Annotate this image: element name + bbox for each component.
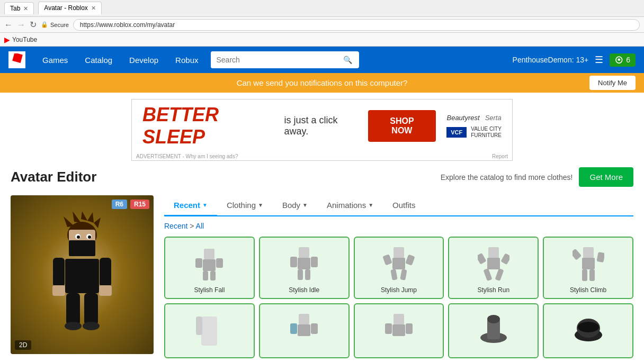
svg-point-20 (65, 322, 82, 330)
badge-r15[interactable]: R15 (130, 200, 149, 209)
svg-rect-32 (298, 269, 303, 280)
breadcrumb-recent[interactable]: Recent (164, 222, 187, 230)
item-stylish-fall-name: Stylish Fall (169, 286, 249, 294)
item-row2-5[interactable] (543, 303, 633, 358)
beautyrest-logo: Beautyrest (446, 114, 479, 122)
username-display: PenthouseDemon: 13+ (513, 56, 589, 64)
svg-rect-61 (406, 323, 413, 334)
item-stylish-fall[interactable]: Stylish Fall (164, 237, 255, 299)
item-stylish-climb[interactable]: Stylish Climb (543, 237, 633, 299)
robux-count: 6 (626, 56, 630, 64)
ad-disclaimer: ADVERTISEMENT - Why am I seeing ads? (136, 153, 238, 159)
svg-rect-25 (216, 258, 223, 268)
ad-container: BETTER SLEEP is just a click away. SHOP … (131, 99, 513, 161)
breadcrumb-all[interactable]: All (196, 222, 204, 230)
active-tab-close[interactable]: ✕ (91, 5, 96, 12)
svg-rect-43 (500, 253, 509, 265)
ad-banner: BETTER SLEEP is just a click away. SHOP … (131, 99, 513, 161)
inactive-tab-label: Tab (10, 5, 20, 12)
badge-r6[interactable]: R6 (112, 200, 127, 209)
svg-marker-3 (73, 211, 81, 223)
vcf-logo: VCF (446, 127, 467, 138)
url-input[interactable] (73, 19, 640, 31)
item-stylish-climb-name: Stylish Climb (548, 286, 628, 294)
avatar-2d-badge[interactable]: 2D (15, 340, 31, 350)
editor-area: R6 R15 (11, 195, 633, 358)
svg-rect-48 (573, 249, 582, 260)
active-tab[interactable]: Avatar - Roblox ✕ (38, 2, 101, 15)
svg-rect-57 (311, 323, 318, 334)
svg-rect-34 (393, 247, 404, 258)
svg-rect-55 (298, 324, 310, 336)
notify-me-button[interactable]: Notify Me (589, 76, 636, 90)
nav-develop[interactable]: Develop (121, 47, 167, 73)
item-row2-2[interactable] (259, 303, 350, 358)
notification-message: Can we send you notifications on this co… (237, 78, 408, 87)
svg-rect-46 (583, 247, 594, 258)
search-input[interactable] (211, 51, 338, 68)
svg-rect-59 (392, 324, 405, 336)
svg-rect-45 (495, 268, 504, 281)
svg-rect-60 (385, 323, 392, 334)
ad-headline: BETTER SLEEP (142, 104, 274, 148)
notifications-button[interactable]: ☰ (595, 54, 603, 66)
tab-animations-chevron: ▼ (368, 202, 373, 208)
svg-rect-13 (65, 259, 99, 293)
tab-clothing[interactable]: Clothing ▼ (217, 195, 273, 216)
avatar-svg (45, 211, 119, 333)
catalog-prompt: Explore the catalog to find more clothes… (441, 167, 633, 187)
item-stylish-jump[interactable]: Stylish Jump (354, 237, 444, 299)
item-stylish-idle-thumb (264, 242, 344, 284)
svg-rect-40 (488, 247, 499, 258)
item-stylish-run[interactable]: Stylish Run (448, 237, 539, 299)
tab-animations[interactable]: Animations ▼ (317, 195, 383, 216)
bookmark-youtube[interactable]: ▶ YouTube (4, 35, 37, 44)
svg-marker-6 (94, 218, 101, 228)
svg-rect-8 (69, 240, 95, 256)
address-bar: ← → ↻ 🔒 Secure (0, 17, 644, 33)
search-bar: 🔍 (211, 51, 359, 68)
get-more-button[interactable]: Get More (579, 167, 633, 187)
item-stylish-run-thumb (453, 242, 533, 284)
svg-rect-19 (84, 293, 98, 325)
item-row2-2-thumb (264, 309, 344, 351)
tab-recent-chevron: ▼ (202, 202, 208, 208)
nav-robux[interactable]: Robux (167, 47, 207, 73)
svg-point-64 (487, 315, 500, 323)
back-button[interactable]: ← (4, 20, 13, 30)
item-row2-4[interactable] (448, 303, 539, 358)
nav-games[interactable]: Games (34, 47, 76, 73)
inactive-tab-close[interactable]: ✕ (23, 5, 28, 12)
svg-marker-5 (87, 212, 94, 223)
tab-outfits[interactable]: Outfits (383, 195, 425, 216)
svg-rect-39 (400, 269, 407, 280)
item-stylish-idle[interactable]: Stylish Idle (259, 237, 350, 299)
robux-badge[interactable]: ⦿ 6 (610, 53, 636, 67)
svg-point-12 (88, 236, 91, 239)
svg-rect-22 (204, 249, 214, 259)
item-row2-1[interactable] (164, 303, 255, 358)
svg-rect-14 (53, 258, 65, 287)
ad-logos: Beautyrest Serta VCF VALUE CITYFURNITURE (446, 114, 502, 139)
shop-now-button[interactable]: SHOP NOW (368, 110, 436, 142)
svg-rect-37 (405, 254, 415, 265)
breadcrumb: Recent > All (164, 222, 633, 230)
nav-catalog[interactable]: Catalog (76, 47, 121, 73)
tab-body[interactable]: Body ▼ (273, 195, 317, 216)
forward-button[interactable]: → (17, 20, 25, 30)
svg-rect-23 (203, 259, 216, 271)
svg-rect-29 (298, 258, 310, 269)
inactive-tab[interactable]: Tab ✕ (4, 2, 34, 14)
roblox-logo[interactable] (8, 51, 25, 68)
svg-marker-2 (64, 216, 74, 227)
item-stylish-jump-name: Stylish Jump (359, 286, 439, 294)
search-button[interactable]: 🔍 (338, 51, 357, 68)
browser-tab-bar: Tab ✕ Avatar - Roblox ✕ (0, 0, 644, 17)
svg-rect-58 (393, 314, 404, 324)
tab-recent[interactable]: Recent ▼ (164, 195, 217, 216)
ad-report[interactable]: Report (492, 153, 508, 159)
item-row2-3[interactable] (354, 303, 444, 358)
reload-button[interactable]: ↻ (30, 20, 37, 30)
avatar-editor-header: Avatar Editor Explore the catalog to fin… (11, 167, 633, 187)
svg-rect-52 (201, 316, 217, 346)
